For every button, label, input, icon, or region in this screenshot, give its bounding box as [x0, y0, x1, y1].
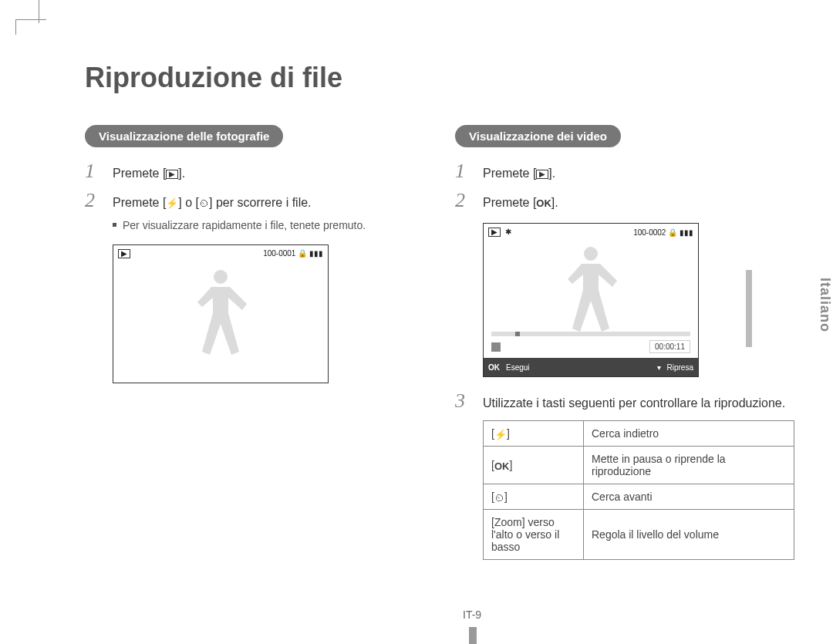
- text: ].: [548, 167, 555, 180]
- lcd-video-preview: ▶ ✱ 100-0002 🔒 ▮▮▮ 00:00:11 OK: [483, 223, 699, 377]
- right-step-1: 1 Premete [▶].: [455, 160, 794, 183]
- step-number: 1: [455, 160, 474, 183]
- language-tab: Italiano: [817, 278, 833, 332]
- silhouette-figure: [190, 264, 251, 364]
- lcd-top-row: ▶ ✱ 100-0002 🔒 ▮▮▮: [488, 227, 693, 238]
- key-cell: [⏲]: [484, 484, 584, 510]
- lcd-bottom-bar: OK Esegui ▾ Ripresa: [484, 358, 698, 376]
- table-row: [Zoom] verso l'alto o verso il basso Reg…: [484, 510, 794, 560]
- step-text: Premete [OK].: [483, 194, 558, 212]
- bullet-icon: [113, 223, 116, 227]
- desc-cell: Regola il livello del volume: [584, 510, 794, 560]
- text: Premete [: [483, 167, 536, 180]
- right-step-3: 3 Utilizzate i tasti seguenti per contro…: [455, 389, 794, 413]
- flash-icon: ⚡: [494, 430, 507, 440]
- step-text: Utilizzate i tasti seguenti per controll…: [483, 394, 785, 413]
- battery-icon: ▮▮▮: [680, 228, 693, 237]
- silhouette-figure: [560, 241, 622, 341]
- left-substep: Per visualizzare rapidamente i file, ten…: [113, 218, 424, 234]
- right-heading-pill: Visualizzazione dei video: [455, 125, 621, 147]
- page-title: Riproduzione di file: [85, 62, 794, 94]
- lcd-right-label: Ripresa: [667, 363, 693, 372]
- timer-icon: ⏲: [494, 493, 504, 503]
- stop-icon: [491, 342, 501, 352]
- table-row: [⏲] Cerca avanti: [484, 484, 794, 510]
- lcd-top-row: ▶ 100-0001 🔒 ▮▮▮: [118, 248, 323, 259]
- lcd-left-label: Esegui: [506, 363, 530, 372]
- page-number: IT-9: [463, 609, 481, 621]
- controls-table: [⚡] Cerca indietro [OK] Mette in pausa o…: [483, 420, 794, 560]
- progress-bar: [491, 332, 690, 336]
- substep-text: Per visualizzare rapidamente i file, ten…: [123, 218, 366, 234]
- timer-icon: ⏲: [199, 198, 209, 208]
- table-row: [OK] Mette in pausa o riprende la riprod…: [484, 447, 794, 484]
- step-number: 3: [455, 389, 474, 413]
- lcd-counter: 100-0002: [633, 228, 666, 237]
- step-number: 2: [455, 189, 474, 212]
- crop-corner-mark: [15, 19, 46, 35]
- language-tab-bar: [746, 270, 752, 347]
- desc-cell: Cerca avanti: [584, 484, 794, 510]
- text: ].: [551, 196, 558, 209]
- desc-cell: Cerca indietro: [584, 421, 794, 447]
- text: ].: [178, 167, 185, 180]
- left-heading-pill: Visualizzazione delle fotografie: [85, 125, 283, 147]
- protect-icon: 🔒: [298, 249, 307, 258]
- page-content: Riproduzione di file Visualizzazione del…: [85, 0, 794, 644]
- desc-cell: Mette in pausa o riprende la riproduzion…: [584, 447, 794, 484]
- table-row: [⚡] Cerca indietro: [484, 421, 794, 447]
- text: Premete [: [113, 167, 166, 180]
- play-icon: ▶: [166, 170, 178, 179]
- ok-icon: OK: [494, 461, 510, 471]
- text: ] per scorrere i file.: [209, 196, 311, 209]
- text: Premete [: [483, 196, 536, 209]
- left-step-2: 2 Premete [⚡] o [⏲] per scorrere i file.: [85, 189, 424, 212]
- flash-icon: ⚡: [166, 198, 178, 208]
- key-cell: [Zoom] verso l'alto o verso il basso: [484, 510, 584, 560]
- video-timer: 00:00:11: [649, 340, 690, 353]
- right-column: Visualizzazione dei video 1 Premete [▶].…: [455, 125, 794, 560]
- key-cell: [OK]: [484, 447, 584, 484]
- step-text: Premete [⚡] o [⏲] per scorrere i file.: [113, 194, 312, 212]
- play-mode-icon: ▶: [118, 249, 130, 258]
- battery-icon: ▮▮▮: [309, 249, 323, 258]
- lcd-counter: 100-0001: [263, 249, 295, 258]
- left-column: Visualizzazione delle fotografie 1 Preme…: [85, 125, 424, 560]
- page-number-bar: [469, 627, 477, 644]
- step-text: Premete [▶].: [113, 164, 185, 183]
- down-icon: ▾: [657, 363, 661, 372]
- film-icon: ✱: [505, 228, 511, 236]
- ok-icon: OK: [536, 198, 551, 208]
- play-mode-icon: ▶: [488, 228, 501, 237]
- play-icon: ▶: [536, 170, 548, 179]
- lcd-photo-preview: ▶ 100-0001 🔒 ▮▮▮: [113, 244, 329, 383]
- protect-icon: 🔒: [668, 228, 677, 237]
- text: Premete [: [113, 196, 166, 209]
- left-step-1: 1 Premete [▶].: [85, 160, 424, 183]
- right-step-2: 2 Premete [OK].: [455, 189, 794, 212]
- key-cell: [⚡]: [484, 421, 584, 447]
- crop-side-mark: [39, 0, 39, 23]
- step-number: 1: [85, 160, 103, 183]
- ok-icon: OK: [488, 363, 500, 372]
- step-number: 2: [85, 189, 103, 212]
- step-text: Premete [▶].: [483, 164, 555, 183]
- text: ] o [: [178, 196, 199, 209]
